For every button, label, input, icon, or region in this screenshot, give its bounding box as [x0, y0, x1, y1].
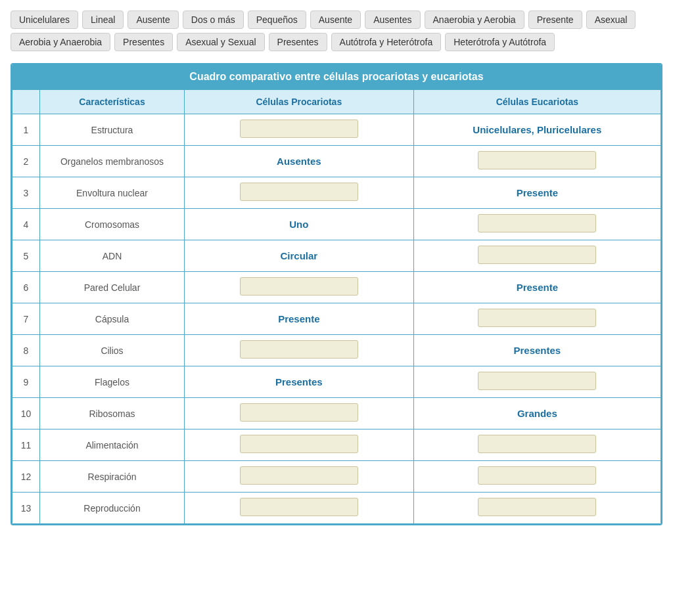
row-6-num: 7	[12, 303, 40, 335]
blank-box-pro-11[interactable]	[240, 466, 358, 485]
col-header-caracteristica: Características	[40, 90, 185, 114]
table-row: 4CromosomasUno	[12, 209, 661, 240]
row-4-procariota: Circular	[185, 240, 414, 272]
table-row: 7CápsulaPresente	[12, 303, 661, 335]
row-3-caracteristica: Cromosomas	[40, 209, 185, 240]
row-9-eucariota: Grandes	[413, 398, 661, 429]
blank-box-euc-3[interactable]	[478, 214, 596, 232]
row-0-procariota[interactable]	[185, 114, 414, 146]
col-header-eucariota: Células Eucariotas	[413, 90, 661, 114]
row-1-procariota: Ausentes	[185, 146, 414, 177]
row-7-caracteristica: Cilios	[40, 335, 185, 366]
blank-box-pro-2[interactable]	[240, 183, 358, 201]
row-12-eucariota[interactable]	[413, 493, 661, 524]
row-1-num: 2	[12, 146, 40, 177]
row-4-caracteristica: ADN	[40, 240, 185, 272]
row-12-procariota[interactable]	[185, 493, 414, 524]
blank-box-pro-9[interactable]	[240, 403, 358, 422]
blank-box-pro-5[interactable]	[240, 277, 358, 296]
comparison-table: Características Células Procariotas Célu…	[12, 89, 661, 524]
row-5-caracteristica: Pared Celular	[40, 272, 185, 303]
row-10-procariota[interactable]	[185, 429, 414, 461]
blank-box-pro-10[interactable]	[240, 435, 358, 453]
blank-box-euc-6[interactable]	[478, 309, 596, 327]
chip-0[interactable]: Unicelulares	[11, 11, 78, 29]
table-row: 6Pared CelularPresente	[12, 272, 661, 303]
chip-12[interactable]: Asexual y Sexual	[177, 33, 264, 51]
row-3-procariota: Uno	[185, 209, 414, 240]
row-7-procariota[interactable]	[185, 335, 414, 366]
row-8-num: 9	[12, 366, 40, 398]
chips-container: UnicelularesLinealAusenteDos o másPequeñ…	[11, 11, 662, 51]
row-11-caracteristica: Respiración	[40, 461, 185, 493]
chip-10[interactable]: Aerobia y Anaerobia	[11, 33, 110, 51]
row-1-caracteristica: Organelos membranosos	[40, 146, 185, 177]
row-10-eucariota[interactable]	[413, 429, 661, 461]
row-9-num: 10	[12, 398, 40, 429]
chip-14[interactable]: Autótrofa y Heterótrofa	[331, 33, 442, 51]
row-12-caracteristica: Reproducción	[40, 493, 185, 524]
chip-1[interactable]: Lineal	[82, 11, 124, 29]
row-9-caracteristica: Ribosomas	[40, 398, 185, 429]
blank-box-euc-1[interactable]	[478, 151, 596, 169]
blank-box-pro-7[interactable]	[240, 340, 358, 359]
chip-7[interactable]: Anaerobia y Aerobia	[425, 11, 524, 29]
chip-2[interactable]: Ausente	[128, 11, 178, 29]
chip-11[interactable]: Presentes	[114, 33, 173, 51]
comparison-table-wrapper: Cuadro comparativo entre células procari…	[11, 63, 662, 525]
blank-box-euc-10[interactable]	[478, 435, 596, 453]
blank-box-euc-11[interactable]	[478, 466, 596, 485]
row-12-num: 13	[12, 493, 40, 524]
row-6-procariota: Presente	[185, 303, 414, 335]
table-row: 12Respiración	[12, 461, 661, 493]
row-11-eucariota[interactable]	[413, 461, 661, 493]
row-5-eucariota: Presente	[413, 272, 661, 303]
row-8-caracteristica: Flagelos	[40, 366, 185, 398]
row-3-num: 4	[12, 209, 40, 240]
chip-6[interactable]: Ausentes	[365, 11, 420, 29]
row-6-caracteristica: Cápsula	[40, 303, 185, 335]
row-4-num: 5	[12, 240, 40, 272]
row-5-num: 6	[12, 272, 40, 303]
row-6-eucariota[interactable]	[413, 303, 661, 335]
row-5-procariota[interactable]	[185, 272, 414, 303]
table-row: 10RibosomasGrandes	[12, 398, 661, 429]
row-2-caracteristica: Envoltura nuclear	[40, 177, 185, 209]
row-11-procariota[interactable]	[185, 461, 414, 493]
table-row: 1EstructuraUnicelulares, Pluricelulares	[12, 114, 661, 146]
row-4-eucariota[interactable]	[413, 240, 661, 272]
row-10-num: 11	[12, 429, 40, 461]
row-10-caracteristica: Alimentación	[40, 429, 185, 461]
chip-8[interactable]: Presente	[528, 11, 582, 29]
chip-3[interactable]: Dos o más	[183, 11, 244, 29]
col-header-procariota: Células Procariotas	[185, 90, 414, 114]
row-8-procariota: Presentes	[185, 366, 414, 398]
chip-4[interactable]: Pequeños	[248, 11, 306, 29]
table-row: 9FlagelosPresentes	[12, 366, 661, 398]
table-header-row: Características Células Procariotas Célu…	[12, 90, 661, 114]
row-1-eucariota[interactable]	[413, 146, 661, 177]
row-8-eucariota[interactable]	[413, 366, 661, 398]
row-3-eucariota[interactable]	[413, 209, 661, 240]
row-0-num: 1	[12, 114, 40, 146]
blank-box-euc-8[interactable]	[478, 372, 596, 390]
col-header-num	[12, 90, 40, 114]
blank-box-pro-12[interactable]	[240, 498, 358, 516]
chip-5[interactable]: Ausente	[310, 11, 361, 29]
table-row: 11Alimentación	[12, 429, 661, 461]
row-9-procariota[interactable]	[185, 398, 414, 429]
row-2-procariota[interactable]	[185, 177, 414, 209]
chip-15[interactable]: Heterótrofa y Autótrofa	[445, 33, 555, 51]
row-11-num: 12	[12, 461, 40, 493]
table-row: 8CiliosPresentes	[12, 335, 661, 366]
blank-box-euc-4[interactable]	[478, 246, 596, 264]
chip-9[interactable]: Asexual	[586, 11, 636, 29]
table-title: Cuadro comparativo entre células procari…	[12, 64, 661, 89]
blank-box-euc-12[interactable]	[478, 498, 596, 516]
chip-13[interactable]: Presentes	[269, 33, 327, 51]
row-0-eucariota: Unicelulares, Pluricelulares	[413, 114, 661, 146]
table-row: 2Organelos membranososAusentes	[12, 146, 661, 177]
row-2-num: 3	[12, 177, 40, 209]
blank-box-pro-0[interactable]	[240, 120, 358, 138]
table-row: 5ADNCircular	[12, 240, 661, 272]
